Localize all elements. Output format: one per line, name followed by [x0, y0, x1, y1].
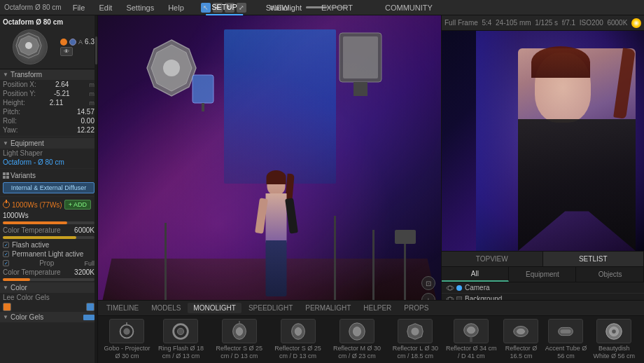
bottom-item-reflector2[interactable]: Reflector Ø 16.5 cm — [500, 319, 542, 360]
svg-rect-8 — [354, 82, 368, 96]
filter-objects[interactable]: Objects — [577, 267, 644, 282]
camera-preview-area — [442, 31, 644, 251]
eye-icon — [446, 285, 454, 292]
divider-1 — [0, 136, 97, 137]
color-swatch-row — [0, 302, 97, 312]
light-shaper-value-row[interactable]: Octaform - Ø 80 cm — [0, 158, 97, 167]
svg-point-30 — [353, 327, 360, 336]
color-swatch-2[interactable] — [86, 303, 94, 311]
position-x-unit: m — [90, 81, 95, 88]
color-temp-row: Color Temperature 6000K — [0, 226, 97, 235]
intensity-slider[interactable] — [3, 221, 94, 224]
eye-btn[interactable]: 👁 — [60, 47, 73, 56]
permalight-strip-tab[interactable]: PERMALIGHT — [300, 303, 356, 313]
bottom-item-reflector1[interactable]: Reflector Ø 34 cm / D 41 cm — [445, 319, 497, 360]
color-section-header[interactable]: ▼ Color — [0, 282, 97, 293]
svg-point-23 — [178, 328, 184, 334]
bottom-item-reflector-s1[interactable]: Reflector S Ø 25 cm / D 13 cm — [211, 319, 267, 360]
bottom-item-accent-tube[interactable]: Accent Tube Ø 56 cm — [545, 319, 587, 360]
svg-rect-9 — [192, 75, 214, 103]
filter-all[interactable]: All — [442, 267, 509, 282]
light-shaper-row: Light Shaper — [0, 149, 97, 158]
tab-export[interactable]: EXPORT — [316, 0, 358, 15]
intensity-slider-row — [0, 220, 97, 226]
menu-item-file[interactable]: File — [70, 2, 88, 13]
bottom-item-gobo[interactable]: Gobo - Projector Ø 30 cm — [104, 319, 150, 360]
camera-info-bar: Full Frame 5:4 24-105 mm 1/125 s f/7.1 I… — [442, 15, 644, 31]
color-temp2-slider[interactable] — [3, 278, 94, 281]
left-panel-top: Octaform Ø 80 cm A 6.3 — [0, 15, 97, 69]
lee-color-gels-label: Lee Color Gels — [3, 294, 50, 301]
yaw-value[interactable]: 12.22 — [77, 126, 94, 134]
setlist-tab[interactable]: SETLIST — [543, 252, 645, 266]
svg-point-36 — [517, 329, 525, 334]
color-temp-slider-row — [0, 235, 97, 240]
zoom-fit-icon[interactable]: ⊡ — [421, 276, 435, 290]
prop-label: Prop — [39, 259, 54, 267]
color-temp-value[interactable]: 6000K — [74, 226, 94, 234]
tab-view[interactable]: VIEW — [264, 0, 295, 15]
reflector2-label: Reflector Ø 16.5 cm — [500, 345, 542, 360]
pitch-value[interactable]: 14.57 — [77, 108, 94, 116]
position-y-row: Position Y: -5.21 m — [0, 89, 97, 98]
menu-item-settings[interactable]: Settings — [123, 2, 157, 13]
roll-value[interactable]: 0.00 — [81, 117, 94, 125]
color-swatch[interactable] — [3, 303, 11, 311]
monolight-strip-tab[interactable]: MONOLIGHT — [188, 303, 241, 313]
timeline-strip-tab[interactable]: TIMELINE — [101, 303, 144, 313]
flash-active-checkbox[interactable]: ✓ — [3, 242, 9, 248]
helper-strip-tab[interactable]: HELPER — [358, 303, 397, 313]
position-x-value[interactable]: 2.64 — [55, 81, 69, 88]
menu-item-edit[interactable]: Edit — [96, 2, 115, 13]
transform-section-header[interactable]: ▼ Transform — [0, 69, 97, 80]
props-strip-tab[interactable]: PROPS — [398, 303, 434, 313]
bottom-item-reflector-l[interactable]: Reflector L Ø 30 cm / 18.5 cm — [388, 319, 442, 360]
ring-flash-icon — [163, 319, 198, 343]
bottom-item-reflector-m[interactable]: Reflector M Ø 30 cm / Ø 23 cm — [328, 319, 385, 360]
bottom-item-ring-flash[interactable]: Ring Flash Ø 18 cm / Ø 13 cm — [153, 319, 209, 360]
reflector-s1-label: Reflector S Ø 25 cm / D 13 cm — [211, 345, 267, 360]
height-row: Height: 2.11 m — [0, 98, 97, 107]
color-temp-slider[interactable] — [3, 236, 94, 239]
svg-rect-38 — [561, 329, 571, 334]
camera-preview-bg — [442, 31, 644, 251]
prop-checkbox[interactable]: ✓ — [3, 260, 9, 266]
intensity-label: 1000Ws (77Ws) — [12, 201, 62, 209]
white-balance-icon[interactable] — [631, 18, 641, 28]
flash-active-row: ✓ Flash active — [0, 240, 97, 249]
reflector-m-icon — [340, 319, 374, 343]
bottom-item-reflector-s2[interactable]: Reflector S Ø 25 cm / D 13 cm — [270, 319, 326, 360]
intensity-value-row: 1000Ws — [0, 211, 97, 220]
bottom-item-beautydish[interactable]: Beautydish White Ø 56 cm — [589, 319, 638, 360]
color-temp2-value[interactable]: 3200K — [74, 268, 94, 276]
svg-point-41 — [612, 329, 616, 334]
permanent-light-checkbox[interactable]: ✓ — [3, 251, 9, 257]
reflector-s1-icon — [222, 319, 257, 343]
variants-label: Variants — [10, 172, 36, 179]
internal-diffuser-btn[interactable]: Internal & External Diffuser — [3, 182, 94, 193]
left-panel-scrollbar-thumb[interactable] — [95, 36, 97, 64]
color-gels-sub-row: Lee Color Gels — [0, 293, 97, 302]
value-display: 6.3 — [85, 38, 94, 46]
position-x-label: Position X: — [3, 81, 36, 88]
svg-point-2 — [25, 42, 32, 49]
accent-tube-label: Accent Tube Ø 56 cm — [545, 345, 587, 360]
add-intensity-btn[interactable]: + ADD — [64, 200, 91, 210]
tab-setup[interactable]: SETUP — [206, 0, 243, 15]
speedlight-strip-tab[interactable]: SPEEDLIGHT — [243, 303, 298, 313]
color-gels-header[interactable]: ▼ Color Gels — [0, 312, 97, 322]
left-panel-scrollbar[interactable] — [94, 15, 97, 363]
model-figure — [257, 174, 295, 321]
models-strip-tab[interactable]: MODELS — [146, 303, 186, 313]
equipment-section-header[interactable]: ▼ Equipment — [0, 138, 97, 149]
transform-label: Transform — [10, 71, 42, 78]
intensity-value[interactable]: 1000Ws — [3, 212, 29, 219]
filter-equipment[interactable]: Equipment — [510, 267, 577, 282]
color-temp2-row: Color Temperature 3200K — [0, 268, 97, 277]
height-value[interactable]: 2.11 — [50, 99, 63, 107]
menu-item-help[interactable]: Help — [165, 2, 187, 13]
topview-tab[interactable]: TOPVIEW — [442, 252, 543, 266]
position-y-value[interactable]: -5.21 — [54, 90, 70, 97]
tab-community[interactable]: COMMUNITY — [379, 0, 438, 15]
camera-ratio: 5:4 — [482, 19, 491, 27]
